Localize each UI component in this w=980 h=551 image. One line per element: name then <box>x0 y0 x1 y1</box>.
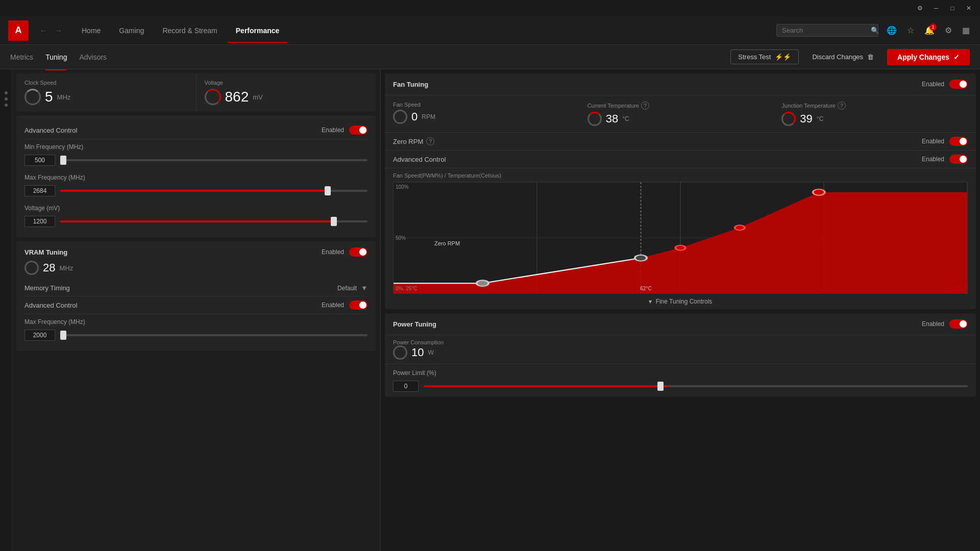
notification-icon[interactable]: 🔔 1 <box>922 23 937 37</box>
chart-x-right-label: 100°C <box>951 286 965 291</box>
junction-temp-unit: °C <box>817 115 823 122</box>
settings-icon[interactable]: ⚙ <box>943 23 954 37</box>
power-limit-thumb[interactable] <box>657 382 664 391</box>
fan-speed-dial <box>393 110 407 124</box>
zero-rpm-help-icon[interactable]: ? <box>426 137 434 145</box>
fan-enabled-row: Enabled <box>922 80 968 89</box>
min-frequency-thumb[interactable] <box>60 156 66 165</box>
voltage-mv-row <box>24 216 368 227</box>
curve-point-5[interactable] <box>813 189 825 195</box>
memory-timing-chevron[interactable]: ▼ <box>361 284 368 292</box>
titlebar-minimize-btn[interactable]: ─ <box>929 3 943 14</box>
nav-performance[interactable]: Performance <box>228 22 288 39</box>
power-tuning-toggle[interactable] <box>949 319 968 329</box>
forward-button[interactable]: → <box>52 24 65 37</box>
power-dial <box>393 345 407 360</box>
voltage-mv-input[interactable] <box>24 216 55 227</box>
titlebar-close-btn[interactable]: ✕ <box>962 3 976 14</box>
current-temp-label: Current Temperature ? <box>587 102 774 110</box>
vram-max-freq-section: Max Frequency (MHz) <box>24 314 368 345</box>
vram-clock-value: 28 <box>43 261 55 274</box>
power-limit-track[interactable] <box>424 385 968 387</box>
fan-chart-container: Fan Speed(PWM%) / Temperature(Celsius) <box>385 168 976 294</box>
advanced-control-status: Enabled <box>322 127 344 134</box>
advanced-control-toggle[interactable] <box>349 126 368 135</box>
max-frequency-section: Max Frequency (MHz) <box>24 170 368 201</box>
tab-tuning[interactable]: Tuning <box>45 51 67 63</box>
vram-max-freq-thumb[interactable] <box>60 331 66 340</box>
discard-changes-button[interactable]: Discard Changes 🗑 <box>805 50 881 64</box>
fan-advanced-enabled: Enabled <box>922 156 944 163</box>
power-enabled-row: Enabled <box>922 319 968 329</box>
current-temp-help-icon[interactable]: ? <box>641 102 649 110</box>
max-frequency-thumb[interactable] <box>325 186 331 195</box>
vram-advanced-toggle[interactable] <box>349 300 368 310</box>
nav-gaming[interactable]: Gaming <box>111 22 152 39</box>
voltage-mv-thumb[interactable] <box>331 217 337 226</box>
fan-tuning-header: Fan Tuning Enabled <box>385 73 976 95</box>
apply-label: Apply Changes <box>897 53 949 61</box>
max-frequency-input[interactable] <box>24 185 55 196</box>
nav-record-stream[interactable]: Record & Stream <box>154 22 225 39</box>
min-frequency-section: Min Frequency (MHz) <box>24 139 368 170</box>
zero-rpm-toggle[interactable] <box>949 137 968 146</box>
apply-changes-button[interactable]: Apply Changes ✓ <box>887 49 970 65</box>
junction-temp-value-row: 39 °C <box>781 112 968 126</box>
star-icon[interactable]: ☆ <box>905 23 916 37</box>
voltage-mv-fill <box>60 220 337 222</box>
titlebar-settings-icon[interactable]: ⚙ <box>913 3 927 14</box>
layout-icon[interactable]: ▦ <box>960 23 972 37</box>
toolbar: Metrics Tuning Advisors Stress Test ⚡⚡ D… <box>0 45 980 69</box>
junction-temp-help-icon[interactable]: ? <box>838 102 846 110</box>
scroll-dot <box>5 97 8 101</box>
voltage-mv-track[interactable] <box>60 220 368 222</box>
nav-arrows: ← → <box>37 24 65 37</box>
max-frequency-row <box>24 185 368 196</box>
vram-title: VRAM Tuning <box>24 248 67 256</box>
current-temp-value: 38 <box>606 112 618 126</box>
fan-speed-unit: RPM <box>422 113 435 120</box>
voltage-mv-label: Voltage (mV) <box>24 205 368 212</box>
right-panel: Fan Tuning Enabled Fan Speed 0 RPM <box>381 69 980 551</box>
zero-rpm-toggle-row: Enabled <box>922 137 968 146</box>
fan-advanced-toggle[interactable] <box>949 155 968 164</box>
power-value-row: 10 W <box>393 345 444 360</box>
vram-advanced-label: Advanced Control <box>24 302 77 309</box>
memory-timing-value: Default <box>337 285 357 292</box>
min-frequency-label: Min Frequency (MHz) <box>24 143 368 151</box>
min-frequency-input[interactable] <box>24 155 55 166</box>
tab-metrics[interactable]: Metrics <box>10 51 33 63</box>
min-frequency-track[interactable] <box>60 159 368 161</box>
search-box[interactable]: 🔍 <box>776 24 878 37</box>
stress-test-button[interactable]: Stress Test ⚡⚡ <box>730 49 799 64</box>
fine-tuning-controls[interactable]: ▾ Fine Tuning Controls <box>385 294 976 309</box>
curve-point-4[interactable] <box>735 225 745 230</box>
chart-title: Fan Speed(PWM%) / Temperature(Celsius) <box>393 172 968 179</box>
power-limit-fill <box>424 385 669 387</box>
curve-point-3[interactable] <box>675 245 685 251</box>
tab-advisors[interactable]: Advisors <box>79 51 107 63</box>
vram-status: Enabled <box>322 248 344 256</box>
vram-max-freq-track[interactable] <box>60 334 368 336</box>
fan-tuning-toggle[interactable] <box>949 80 968 89</box>
fan-chart-svg <box>394 182 967 293</box>
vram-clock-unit: MHz <box>59 264 73 272</box>
fan-tuning-title: Fan Tuning <box>393 81 428 88</box>
curve-point-2[interactable] <box>635 255 647 261</box>
titlebar-maximize-btn[interactable]: □ <box>945 3 960 14</box>
vram-toggle[interactable] <box>349 247 368 257</box>
power-limit-row <box>393 381 968 392</box>
nav-home[interactable]: Home <box>74 22 109 39</box>
vram-max-freq-label: Max Frequency (MHz) <box>24 318 368 325</box>
junction-temp-label: Junction Temperature ? <box>781 102 968 110</box>
back-button[interactable]: ← <box>37 24 50 37</box>
max-frequency-track[interactable] <box>60 190 368 192</box>
clock-speed-unit: MHz <box>57 93 71 101</box>
vram-max-freq-input[interactable] <box>24 330 55 341</box>
search-input[interactable] <box>782 27 868 34</box>
power-limit-input[interactable] <box>393 381 419 392</box>
curve-point-1[interactable] <box>477 280 488 286</box>
globe-icon[interactable]: 🌐 <box>885 23 899 37</box>
advanced-control-label: Advanced Control <box>24 127 77 134</box>
power-tuning-card: Power Tuning Enabled Power Consumption 1… <box>385 313 976 397</box>
